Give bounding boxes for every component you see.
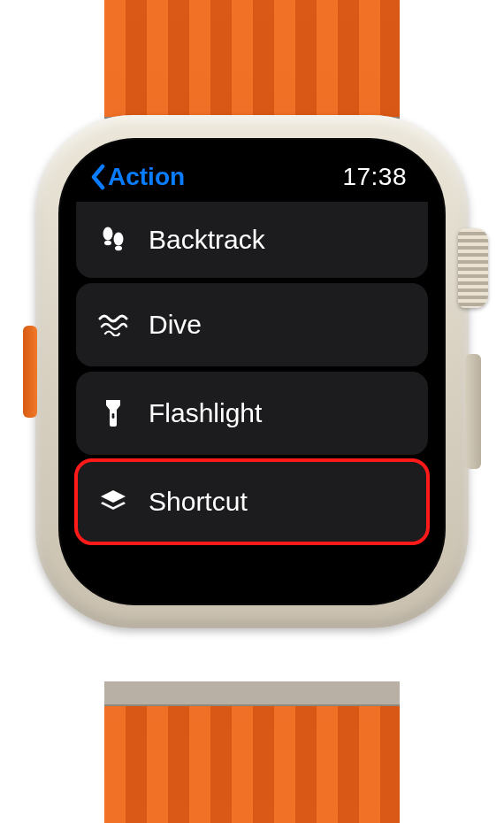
digital-crown[interactable] bbox=[458, 228, 488, 308]
list-item-dive[interactable]: Dive bbox=[76, 283, 428, 366]
svg-rect-4 bbox=[112, 413, 115, 419]
status-bar: Action 17:38 bbox=[74, 159, 430, 202]
action-list[interactable]: Backtrack Dive bbox=[74, 202, 430, 588]
watch-screen: Action 17:38 Backtrack bbox=[58, 138, 446, 605]
chevron-left-icon bbox=[90, 164, 106, 190]
svg-point-1 bbox=[104, 241, 111, 246]
action-button-hw[interactable] bbox=[23, 326, 37, 418]
side-button-hw[interactable] bbox=[465, 354, 481, 469]
list-item-shortcut[interactable]: Shortcut bbox=[76, 460, 428, 543]
back-button[interactable]: Action bbox=[90, 163, 185, 191]
wave-icon bbox=[97, 309, 129, 341]
list-item-label: Dive bbox=[149, 310, 407, 340]
list-item-backtrack[interactable]: Backtrack bbox=[76, 202, 428, 278]
layers-icon bbox=[97, 486, 129, 518]
list-item-label: Flashlight bbox=[149, 398, 407, 428]
watch-band-bottom bbox=[104, 681, 400, 823]
svg-point-0 bbox=[103, 227, 113, 241]
svg-point-3 bbox=[115, 246, 122, 251]
watch-case: Action 17:38 Backtrack bbox=[35, 115, 469, 628]
list-item-flashlight[interactable]: Flashlight bbox=[76, 372, 428, 455]
flashlight-icon bbox=[97, 397, 129, 429]
svg-point-2 bbox=[114, 233, 124, 246]
list-item-label: Shortcut bbox=[149, 487, 407, 517]
list-item-label: Backtrack bbox=[149, 225, 407, 255]
clock-time: 17:38 bbox=[342, 163, 407, 191]
footsteps-icon bbox=[97, 224, 129, 256]
back-label: Action bbox=[108, 163, 185, 191]
